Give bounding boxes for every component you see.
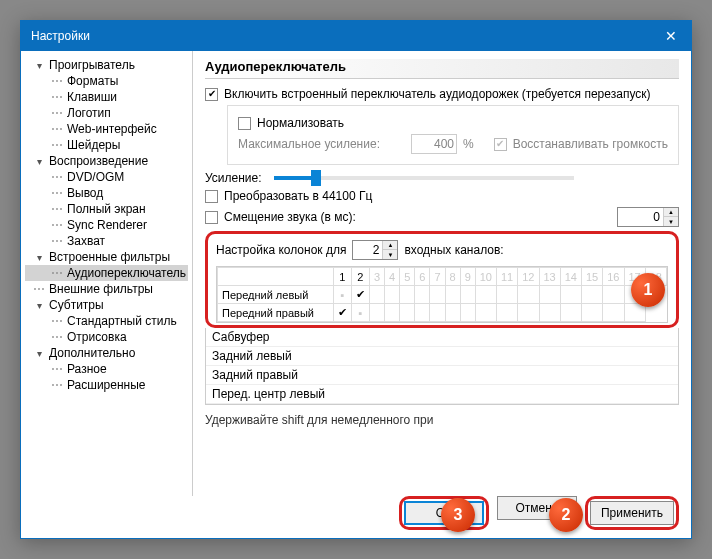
- close-button[interactable]: ✕: [651, 21, 691, 51]
- apply-button[interactable]: Применить: [590, 501, 674, 525]
- tree-audioswitch[interactable]: ⋯Аудиопереключатель: [25, 265, 188, 281]
- list-item[interactable]: Задний левый: [206, 347, 678, 366]
- speaker-list[interactable]: Сабвуфер Задний левый Задний правый Пере…: [205, 328, 679, 405]
- callout-3: 3: [441, 498, 475, 532]
- window-title: Настройки: [31, 29, 651, 43]
- spinner-up-icon[interactable]: ▲: [382, 241, 397, 250]
- list-item[interactable]: Перед. центр левый: [206, 385, 678, 404]
- normalize-group: Нормализовать Максимальное усиление: 400…: [227, 105, 679, 165]
- tree-misc[interactable]: ⋯Разное: [25, 361, 188, 377]
- speaker-matrix[interactable]: 1 2 3 4 5 6 7 8 9 10 11 12 13: [216, 266, 668, 323]
- apply-highlight: Применить: [585, 496, 679, 530]
- chevron-down-icon[interactable]: ▾: [33, 251, 45, 263]
- tree-intfilters[interactable]: ▾Встроенные фильтры: [25, 249, 188, 265]
- normalize-checkbox[interactable]: [238, 117, 251, 130]
- channels-spinner[interactable]: 2 ▲ ▼: [352, 240, 398, 260]
- enable-row: ✔ Включить встроенный переключатель ауди…: [205, 87, 679, 101]
- tree-advanced[interactable]: ▾Дополнительно: [25, 345, 188, 361]
- list-item[interactable]: Задний правый: [206, 366, 678, 385]
- tree-capture[interactable]: ⋯Захват: [25, 233, 188, 249]
- tree-playback[interactable]: ▾Воспроизведение: [25, 153, 188, 169]
- speaker-matrix-highlight: Настройка колонок для 2 ▲ ▼ входных кана…: [205, 231, 679, 328]
- enable-checkbox[interactable]: ✔: [205, 88, 218, 101]
- tree-webui[interactable]: ⋯Web-интерфейс: [25, 121, 188, 137]
- chevron-down-icon[interactable]: ▾: [33, 59, 45, 71]
- gain-slider[interactable]: [274, 176, 574, 180]
- table-row[interactable]: Передний левый ▪ ✔: [218, 286, 667, 304]
- titlebar: Настройки ✕: [21, 21, 691, 51]
- tree-syncrender[interactable]: ⋯Sync Renderer: [25, 217, 188, 233]
- tree-logo[interactable]: ⋯Логотип: [25, 105, 188, 121]
- tree-keys[interactable]: ⋯Клавиши: [25, 89, 188, 105]
- tree-shaders[interactable]: ⋯Шейдеры: [25, 137, 188, 153]
- spinner-down-icon[interactable]: ▼: [382, 250, 397, 259]
- tree-stdstyle[interactable]: ⋯Стандартный стиль: [25, 313, 188, 329]
- spinner-up-icon[interactable]: ▲: [663, 208, 678, 217]
- settings-panel: Аудиопереключатель ✔ Включить встроенный…: [193, 51, 691, 496]
- content-area: ▾Проигрыватель ⋯Форматы ⋯Клавиши ⋯Логоти…: [21, 51, 691, 496]
- tree-dvdogm[interactable]: ⋯DVD/OGM: [25, 169, 188, 185]
- tree-fullscreen[interactable]: ⋯Полный экран: [25, 201, 188, 217]
- callout-1: 1: [631, 273, 665, 307]
- slider-thumb[interactable]: [311, 170, 321, 186]
- restore-volume-checkbox[interactable]: ✔: [494, 138, 507, 151]
- offset-checkbox[interactable]: [205, 211, 218, 224]
- list-item[interactable]: Сабвуфер: [206, 328, 678, 347]
- tree-rendering[interactable]: ⋯Отрисовка: [25, 329, 188, 345]
- chevron-down-icon[interactable]: ▾: [33, 155, 45, 167]
- chevron-down-icon[interactable]: ▾: [33, 299, 45, 311]
- chevron-down-icon[interactable]: ▾: [33, 347, 45, 359]
- offset-spinner[interactable]: 0 ▲ ▼: [617, 207, 679, 227]
- hint-text: Удерживайте shift для немедленного при: [205, 413, 679, 427]
- tree-subtitles[interactable]: ▾Субтитры: [25, 297, 188, 313]
- gain-row: Усиление:: [205, 171, 679, 185]
- callout-2: 2: [549, 498, 583, 532]
- nav-tree[interactable]: ▾Проигрыватель ⋯Форматы ⋯Клавиши ⋯Логоти…: [21, 51, 193, 496]
- tree-output[interactable]: ⋯Вывод: [25, 185, 188, 201]
- maxgain-input[interactable]: 400: [411, 134, 457, 154]
- tree-player[interactable]: ▾Проигрыватель: [25, 57, 188, 73]
- spinner-down-icon[interactable]: ▼: [663, 217, 678, 226]
- table-row[interactable]: Передний правый ✔ ▪: [218, 304, 667, 322]
- tree-extfilters[interactable]: ⋯Внешние фильтры: [25, 281, 188, 297]
- panel-title: Аудиопереключатель: [205, 59, 679, 79]
- convert44-checkbox[interactable]: [205, 190, 218, 203]
- settings-window: Настройки ✕ ▾Проигрыватель ⋯Форматы ⋯Кла…: [20, 20, 692, 539]
- tree-extended[interactable]: ⋯Расширенные: [25, 377, 188, 393]
- tree-formats[interactable]: ⋯Форматы: [25, 73, 188, 89]
